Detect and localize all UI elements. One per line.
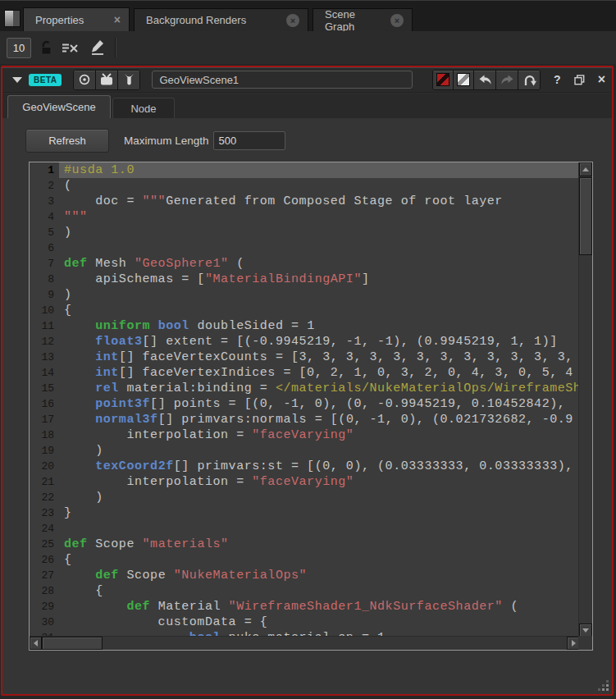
close-icon[interactable]: × — [286, 14, 299, 27]
tab-scene-graph[interactable]: Scene Graph × — [313, 8, 413, 31]
redo-button[interactable] — [496, 71, 518, 89]
toolbar-separator — [115, 38, 116, 57]
code-line: 4""" — [30, 209, 578, 225]
line-number: 13 — [30, 350, 59, 365]
revert-button[interactable] — [518, 71, 540, 89]
node-name-field[interactable]: GeoViewScene1 — [152, 71, 413, 89]
max-panels-input[interactable]: 10 — [7, 38, 31, 58]
vertical-scrollbar-thumb[interactable] — [579, 177, 592, 255]
monitor-button[interactable] — [96, 71, 118, 89]
code-line: 13 int[] faceVertexCounts = [3, 3, 3, 3,… — [30, 350, 578, 365]
code-area[interactable]: 1#usda 1.02(3 doc = """Generated from Co… — [29, 162, 593, 651]
node-header-left-buttons — [73, 70, 140, 90]
line-number: 1 — [30, 162, 59, 178]
code-text: ) — [59, 287, 578, 303]
code-line: 11 uniform bool doubleSided = 1 — [30, 318, 578, 334]
code-line: 7def Mesh "GeoSphere1" ( — [30, 256, 578, 272]
code-text: float3[] extent = [(-0.9945219, -1, -1),… — [59, 334, 578, 350]
code-text: ( — [59, 178, 578, 194]
arrow-left-icon — [34, 640, 38, 646]
code-text: ) — [59, 443, 578, 459]
scroll-up-button[interactable] — [579, 162, 592, 176]
scroll-left-button[interactable] — [30, 637, 42, 650]
node-panel-tabs: GeoViewScene Node — [2, 94, 612, 118]
close-all-panels-icon[interactable] — [61, 38, 79, 57]
tab-geoviewscene[interactable]: GeoViewScene — [7, 95, 111, 118]
undo-icon — [477, 75, 493, 85]
code-line: 10{ — [30, 303, 578, 318]
tab-node[interactable]: Node — [112, 98, 175, 118]
maximum-length-input[interactable]: 500 — [213, 131, 285, 150]
code-line: 26{ — [30, 552, 578, 568]
line-number: 26 — [30, 552, 59, 568]
code-line: 8 apiSchemas = ["MaterialBindingAPI"] — [30, 272, 578, 287]
float-window-icon — [574, 75, 585, 85]
edit-pencil-icon[interactable] — [88, 38, 106, 57]
line-number: 11 — [30, 318, 59, 334]
resize-grip[interactable] — [598, 680, 609, 692]
line-number: 16 — [30, 396, 59, 412]
code-line: 29 def Material "WireframeShader1_NdkSur… — [30, 599, 578, 614]
code-line: 9) — [30, 287, 578, 303]
line-number: 30 — [30, 614, 59, 630]
close-panel-button[interactable]: × — [598, 72, 605, 87]
code-text: doc = """Generated from Composed Stage o… — [59, 194, 578, 209]
code-text — [59, 521, 578, 537]
code-text: #usda 1.0 — [59, 162, 578, 178]
nuke-properties-pane: Properties × Background Renders × Scene … — [0, 0, 616, 699]
code-line: 23} — [30, 505, 578, 521]
maximum-length-label: Maximum Length — [124, 135, 209, 147]
redo-icon — [500, 75, 515, 85]
tab-properties[interactable]: Properties × — [23, 7, 130, 31]
pane-tab-bar: Properties × Background Renders × Scene … — [0, 0, 616, 31]
line-number: 15 — [30, 381, 59, 396]
line-number: 7 — [30, 256, 59, 272]
line-number: 12 — [30, 334, 59, 350]
beta-badge: BETA — [29, 74, 62, 86]
line-number: 4 — [30, 209, 59, 225]
code-line: 28 { — [30, 583, 578, 599]
code-line: 12 float3[] extent = [(-0.9945219, -1, -… — [30, 334, 578, 350]
horizontal-scrollbar[interactable] — [30, 636, 580, 650]
horizontal-scrollbar-thumb[interactable] — [42, 637, 103, 650]
tab-background-renders[interactable]: Background Renders × — [134, 8, 308, 31]
close-icon[interactable]: × — [390, 14, 404, 27]
code-text: } — [59, 505, 578, 521]
collapse-triangle-icon[interactable] — [12, 77, 22, 83]
line-number: 10 — [30, 303, 59, 318]
line-number: 8 — [30, 272, 59, 287]
refresh-button[interactable]: Refresh — [25, 129, 109, 153]
center-controls-icon — [78, 73, 91, 86]
code-text: { — [59, 552, 578, 568]
arrow-up-icon — [582, 167, 589, 171]
float-window-button[interactable] — [574, 75, 585, 85]
vertical-scrollbar[interactable] — [578, 162, 592, 637]
code-text: def Mesh "GeoSphere1" ( — [59, 256, 578, 272]
code-text: apiSchemas = ["MaterialBindingAPI"] — [59, 272, 578, 287]
pane-menu-icon[interactable] — [4, 10, 21, 27]
code-line: 31 bool nuke_material_on = 1 — [30, 630, 578, 636]
code-text: texCoord2f[] primvars:st = [(0, 0), (0.0… — [59, 459, 578, 474]
line-number: 31 — [30, 630, 59, 636]
code-text: bool nuke_material_on = 1 — [59, 630, 578, 636]
code-text: def Scope "NukeMaterialOps" — [59, 568, 578, 583]
help-button[interactable]: ? — [554, 73, 561, 86]
line-number: 25 — [30, 537, 59, 552]
line-number: 17 — [30, 412, 59, 427]
controls-row: Refresh Maximum Length 500 — [25, 129, 285, 153]
undo-button[interactable] — [474, 71, 496, 89]
code-text: { — [59, 303, 578, 318]
code-line: 30 customData = { — [30, 614, 578, 630]
wrench-button[interactable] — [118, 71, 139, 89]
code-line: 2( — [30, 178, 578, 194]
node-panel-header: BETA GeoViewScene1 — [2, 67, 612, 93]
lock-open-icon[interactable] — [37, 38, 55, 57]
code-text: { — [59, 583, 578, 599]
line-number: 3 — [30, 194, 59, 209]
wrench-icon — [123, 73, 135, 87]
gl-color-button[interactable] — [454, 71, 474, 89]
node-color-button[interactable] — [433, 71, 454, 89]
tab-label: Properties — [35, 14, 107, 26]
close-icon[interactable]: × — [114, 14, 121, 25]
center-controls-button[interactable] — [74, 71, 96, 89]
